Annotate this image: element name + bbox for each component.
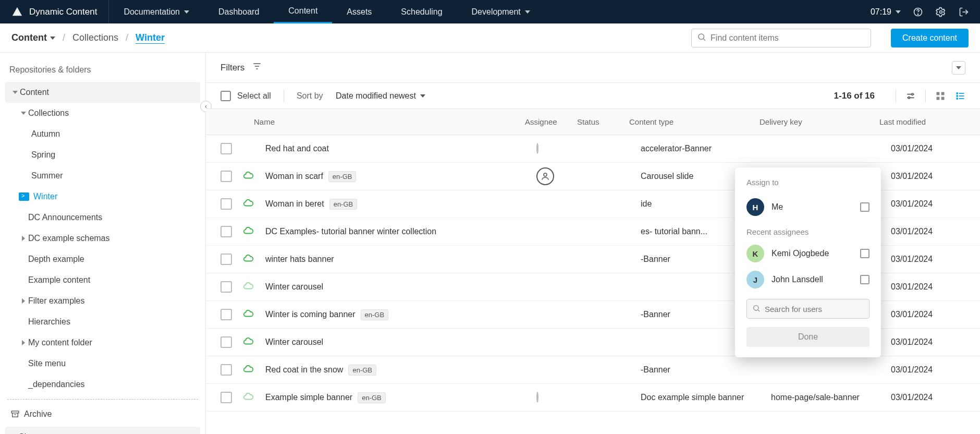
tree-depth-example[interactable]: Depth example [5, 249, 200, 270]
user-icon[interactable] [536, 167, 554, 185]
chevron-down-icon [525, 10, 530, 14]
svg-point-15 [544, 173, 547, 176]
sort-control[interactable]: Sort by Date modified newest [297, 91, 425, 101]
tree-winter[interactable]: Winter [5, 186, 200, 207]
assign-user-row[interactable]: KKemi Ojogbede [735, 240, 881, 267]
row-checkbox[interactable] [220, 171, 232, 182]
col-status[interactable]: Status [577, 117, 629, 126]
clock[interactable]: 07:19 [871, 7, 901, 17]
row-checkbox[interactable] [220, 364, 232, 376]
col-last-modified[interactable]: Last modified [879, 117, 965, 126]
gear-icon[interactable] [935, 6, 947, 18]
row-name: Woman in beret [265, 199, 324, 209]
nav-content[interactable]: Content [274, 0, 332, 23]
chevron-down-icon [420, 94, 425, 98]
tree-autumn[interactable]: Autumn [5, 124, 200, 144]
nav-dashboard[interactable]: Dashboard [204, 0, 274, 23]
checkbox-icon[interactable] [220, 91, 231, 101]
svg-rect-12 [959, 95, 964, 97]
avatar: K [746, 245, 764, 262]
search-content[interactable] [691, 29, 871, 47]
row-checkbox[interactable] [220, 309, 232, 320]
row-checkbox[interactable] [220, 392, 232, 403]
list-view-icon[interactable] [955, 91, 965, 101]
tree-dc-announcements[interactable]: DC Announcements [5, 207, 200, 228]
user-search[interactable] [746, 299, 869, 319]
row-modified: 03/01/2024 [891, 199, 965, 209]
create-content-button[interactable]: Create content [891, 29, 969, 47]
tree-collections[interactable]: Collections [5, 103, 200, 124]
row-modified: 03/01/2024 [891, 172, 965, 181]
brand-block[interactable]: Dynamic Content [0, 0, 109, 23]
locale-badge: en-GB [361, 309, 389, 320]
chevron-down-icon [184, 10, 189, 14]
col-delivery-key[interactable]: Delivery key [760, 117, 879, 126]
tree-content-root[interactable]: Content [5, 82, 200, 103]
checkbox-icon[interactable] [860, 249, 869, 258]
col-name[interactable]: Name [254, 117, 525, 126]
assign-user-row[interactable]: JJohn Lansdell [735, 267, 881, 293]
done-button[interactable]: Done [746, 327, 869, 347]
row-checkbox[interactable] [220, 254, 232, 265]
row-name: Red coat in the snow [265, 365, 343, 375]
cloud-icon [242, 280, 255, 294]
logout-icon[interactable] [958, 6, 970, 18]
tree-hierarchies[interactable]: Hierarchies [5, 311, 200, 332]
row-checkbox[interactable] [220, 226, 232, 237]
cloud-icon [242, 391, 255, 404]
user-search-input[interactable] [765, 305, 864, 314]
view-options-dropdown[interactable] [952, 61, 965, 75]
filters-button[interactable]: Filters [220, 61, 262, 74]
tree-example-content[interactable]: Example content [5, 270, 200, 291]
table-row[interactable]: Red coat in the snowen-GB-Banner03/01/20… [206, 356, 980, 384]
tree-filter-examples[interactable]: Filter examples [5, 291, 200, 311]
tree-my-content-folder[interactable]: My content folder [5, 332, 200, 353]
row-modified: 03/01/2024 [891, 282, 965, 292]
nav-development[interactable]: Development [457, 0, 545, 23]
table-row[interactable]: Example simple banneren-GBDoc example si… [206, 384, 980, 412]
assign-me-row[interactable]: H Me [735, 194, 881, 220]
tree-archive[interactable]: Archive [5, 404, 200, 425]
svg-rect-6 [941, 92, 945, 95]
tree-slots[interactable]: Slots [5, 427, 200, 434]
breadcrumb-root[interactable]: Content [11, 32, 55, 43]
row-modified: 03/01/2024 [891, 255, 965, 264]
filter-icon [252, 61, 262, 74]
row-checkbox[interactable] [220, 143, 232, 154]
help-icon[interactable] [912, 6, 924, 18]
tree-summer[interactable]: Summer [5, 165, 200, 186]
breadcrumb-current[interactable]: Winter [136, 32, 165, 44]
tree-dc-example-schemas[interactable]: DC example schemas [5, 228, 200, 249]
user-icon[interactable] [536, 392, 538, 403]
topbar-right: 07:19 [860, 6, 980, 18]
breadcrumb: Content / Collections / Winter [11, 32, 165, 44]
row-checkbox[interactable] [220, 281, 232, 293]
checkbox-icon[interactable] [860, 275, 869, 284]
table-row[interactable]: Red hat and coataccelerator-Banner03/01/… [206, 135, 980, 163]
col-content-type[interactable]: Content type [629, 117, 760, 126]
chevron-down-icon [50, 37, 55, 40]
sliders-icon[interactable] [905, 91, 916, 101]
tree-spring[interactable]: Spring [5, 144, 200, 165]
tree-site-menu[interactable]: Site menu [5, 353, 200, 374]
svg-rect-7 [937, 97, 940, 100]
nav-scheduling[interactable]: Scheduling [386, 0, 457, 23]
search-input[interactable] [710, 33, 865, 43]
nav-documentation[interactable]: Documentation [109, 0, 204, 23]
archive-icon [10, 409, 20, 419]
nav-assets[interactable]: Assets [332, 0, 386, 23]
row-checkbox[interactable] [220, 198, 232, 210]
col-assignee[interactable]: Assignee [525, 117, 577, 126]
row-checkbox[interactable] [220, 336, 232, 348]
breadcrumb-collections[interactable]: Collections [72, 32, 118, 43]
select-all[interactable]: Select all [220, 91, 271, 101]
user-icon[interactable] [536, 143, 538, 154]
recent-heading: Recent assignees [735, 220, 881, 240]
svg-point-2 [940, 10, 942, 13]
grid-view-icon[interactable] [935, 91, 946, 101]
checkbox-icon[interactable] [860, 202, 869, 212]
tree-dependancies[interactable]: _dependancies [5, 374, 200, 395]
cloud-icon [242, 197, 255, 211]
cloud-icon [242, 170, 255, 183]
row-modified: 03/01/2024 [891, 337, 965, 347]
